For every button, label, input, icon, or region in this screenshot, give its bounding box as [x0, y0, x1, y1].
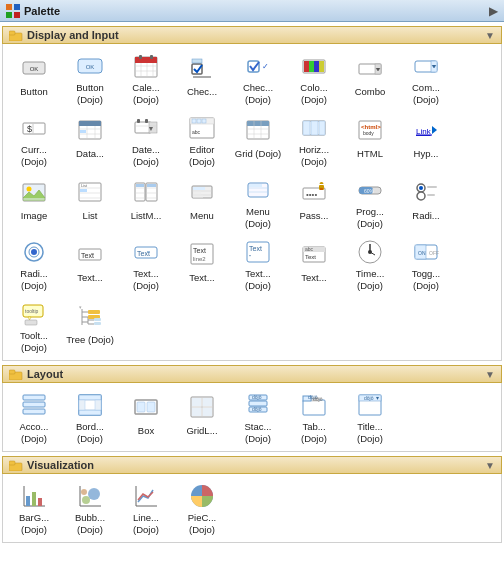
- label-tab: Tab... (Dojo): [290, 421, 338, 444]
- palette-item-check-dojo[interactable]: ✓ Chec... (Dojo): [231, 48, 285, 108]
- section-header-visualization[interactable]: Visualization ▼: [2, 456, 502, 474]
- svg-marker-138: [28, 317, 31, 320]
- palette-item-piechart[interactable]: PieC... (Dojo): [175, 478, 229, 538]
- svg-rect-62: [303, 121, 310, 135]
- palette-item-listm[interactable]: ListM...: [119, 172, 173, 232]
- svg-text:dōjō: dōjō: [364, 395, 374, 401]
- palette-item-toggle[interactable]: ON OFF Togg... (Dojo): [399, 234, 453, 294]
- svg-point-196: [82, 496, 90, 504]
- palette-item-menu-dojo[interactable]: Menu (Dojo): [231, 172, 285, 232]
- palette-item-combo[interactable]: Combo: [343, 48, 397, 108]
- palette-item-accordion[interactable]: Acco... (Dojo): [7, 387, 61, 447]
- label-button-dojo: Button (Dojo): [66, 82, 114, 105]
- svg-text:line2: line2: [193, 256, 206, 262]
- palette-item-check[interactable]: Chec...: [175, 48, 229, 108]
- palette-item-tooltip[interactable]: tooltip Toolt... (Dojo): [7, 296, 61, 356]
- palette-item-button[interactable]: OK Button: [7, 48, 61, 108]
- section-header-display-input[interactable]: Display and Input ▼: [2, 26, 502, 44]
- svg-rect-17: [139, 55, 142, 59]
- svg-rect-151: [94, 322, 101, 325]
- svg-rect-154: [9, 370, 15, 374]
- label-combo-dojo: Com... (Dojo): [402, 82, 450, 105]
- svg-text:Text: Text: [305, 254, 316, 260]
- svg-rect-161: [79, 400, 85, 410]
- svg-rect-159: [79, 395, 101, 400]
- palette-item-progress[interactable]: 60% Prog... (Dojo): [343, 172, 397, 232]
- palette-item-color[interactable]: Colo... (Dojo): [287, 48, 341, 108]
- palette-item-linechart[interactable]: Line... (Dojo): [119, 478, 173, 538]
- svg-rect-46: [145, 119, 148, 123]
- label-tree: Tree (Dojo): [66, 334, 114, 345]
- label-menu: Menu: [190, 210, 214, 221]
- palette-item-radio[interactable]: Radi...: [399, 172, 453, 232]
- palette-item-calendar[interactable]: Cale... (Dojo): [119, 48, 173, 108]
- palette-item-time[interactable]: Time... (Dojo): [343, 234, 397, 294]
- palette-item-data[interactable]: Data...: [63, 110, 117, 170]
- svg-text:ON: ON: [418, 250, 426, 256]
- label-accordion: Acco... (Dojo): [10, 421, 58, 444]
- svg-text:": ": [147, 249, 150, 258]
- palette-item-gridlayout[interactable]: GridL...: [175, 387, 229, 447]
- svg-text:▾: ▾: [79, 304, 82, 310]
- svg-rect-25: [304, 61, 309, 72]
- palette-item-html[interactable]: <html> body HTML: [343, 110, 397, 170]
- palette-item-border[interactable]: Bord... (Dojo): [63, 387, 117, 447]
- palette-item-tree[interactable]: ▾ Tree (Dojo): [63, 296, 117, 356]
- palette-item-text[interactable]: Text " Text...: [63, 234, 117, 294]
- title-bar: Palette ▶: [0, 0, 504, 22]
- svg-rect-155: [23, 395, 45, 400]
- palette-item-image[interactable]: Image: [7, 172, 61, 232]
- svg-rect-3: [14, 12, 20, 18]
- palette-item-text-dojo2[interactable]: Text " Text... (Dojo): [231, 234, 285, 294]
- svg-rect-2: [6, 12, 12, 18]
- svg-point-106: [419, 186, 423, 190]
- palette-item-combo-dojo[interactable]: Com... (Dojo): [399, 48, 453, 108]
- palette-item-text2[interactable]: Text line2 Text...: [175, 234, 229, 294]
- palette-item-text-dojo1[interactable]: Text " Text... (Dojo): [119, 234, 173, 294]
- label-barchart: BarG... (Dojo): [10, 512, 58, 535]
- palette-item-hyp[interactable]: Link Hyp...: [399, 110, 453, 170]
- svg-rect-0: [6, 4, 12, 10]
- svg-rect-170: [203, 398, 212, 406]
- label-time: Time... (Dojo): [346, 268, 394, 291]
- palette-item-bubblechart[interactable]: Bubb... (Dojo): [63, 478, 117, 538]
- svg-rect-51: [192, 119, 196, 123]
- label-text: Text...: [77, 272, 102, 283]
- svg-rect-91: [193, 187, 205, 190]
- title-text: Palette: [24, 5, 60, 17]
- palette-item-radio-dojo[interactable]: Radi... (Dojo): [7, 234, 61, 294]
- palette-item-list[interactable]: List List: [63, 172, 117, 232]
- palette-item-barchart[interactable]: BarG... (Dojo): [7, 478, 61, 538]
- svg-rect-87: [147, 184, 156, 187]
- palette-item-menu[interactable]: Menu: [175, 172, 229, 232]
- palette-item-text3[interactable]: abc Text Text...: [287, 234, 341, 294]
- label-image: Image: [21, 210, 47, 221]
- svg-rect-92: [193, 192, 201, 195]
- palette-item-horiz[interactable]: Horiz... (Dojo): [287, 110, 341, 170]
- section-header-layout[interactable]: Layout ▼: [2, 365, 502, 383]
- svg-rect-97: [249, 184, 262, 187]
- svg-rect-165: [147, 402, 155, 412]
- palette-item-titlepane[interactable]: dōjō ▾ Title... (Dojo): [343, 387, 397, 447]
- svg-rect-26: [309, 61, 314, 72]
- svg-text:body: body: [363, 130, 374, 136]
- palette-item-tab[interactable]: dōjō dōjō Tab... (Dojo): [287, 387, 341, 447]
- palette-item-box[interactable]: Box: [119, 387, 173, 447]
- svg-rect-160: [79, 410, 101, 415]
- svg-rect-193: [38, 498, 42, 506]
- palette-item-password[interactable]: •••• Pass...: [287, 172, 341, 232]
- label-data: Data...: [76, 148, 104, 159]
- palette-item-stack[interactable]: dōjō dōjō Stac... (Dojo): [231, 387, 285, 447]
- label-progress: Prog... (Dojo): [346, 206, 394, 229]
- label-linechart: Line... (Dojo): [122, 512, 170, 535]
- palette-item-button-dojo[interactable]: OK Button (Dojo): [63, 48, 117, 108]
- palette-item-grid[interactable]: Grid (Dojo): [231, 110, 285, 170]
- svg-rect-56: [247, 121, 269, 126]
- svg-point-197: [88, 488, 100, 500]
- palette-item-currency[interactable]: $ Curr... (Dojo): [7, 110, 61, 170]
- svg-rect-63: [311, 121, 318, 135]
- collapse-button[interactable]: ▶: [489, 4, 498, 18]
- label-list: List: [83, 210, 98, 221]
- palette-item-editor[interactable]: abc Editor (Dojo): [175, 110, 229, 170]
- palette-item-date[interactable]: ▼ Date... (Dojo): [119, 110, 173, 170]
